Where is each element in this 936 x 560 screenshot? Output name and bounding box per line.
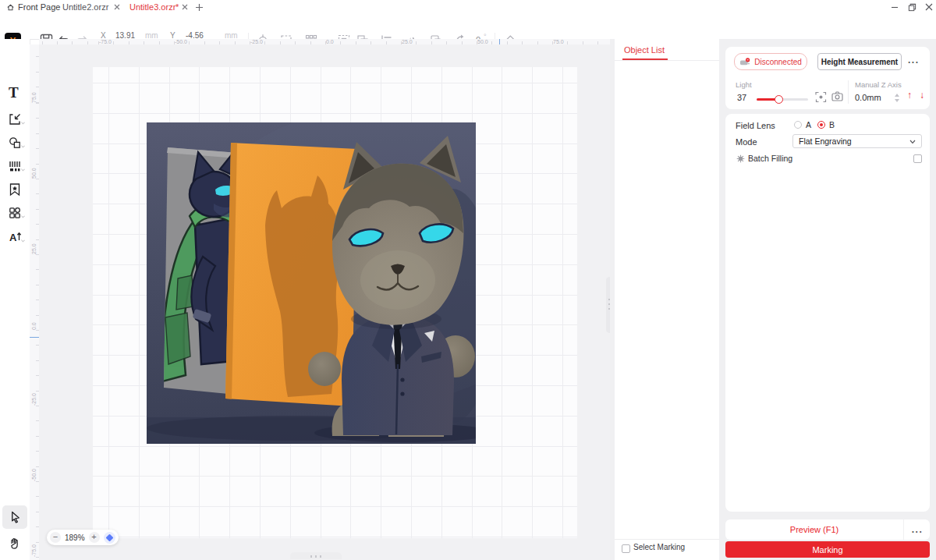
main-toolbar: X X 13.91 mm Y -4.56 mm W 29.55 mm H 28.… (0, 14, 936, 40)
shapes-tool-icon[interactable] (8, 136, 22, 150)
tab2-close-icon[interactable] (114, 4, 120, 10)
barcode-chevron-icon[interactable] (21, 168, 25, 172)
ruler-h-label: -25.0 (250, 39, 263, 44)
select-marking-label: Select Marking (633, 543, 685, 551)
ruler-v-label: 75.0 (31, 92, 37, 103)
window-restore-button[interactable] (903, 0, 920, 14)
mode-chevron-down-icon (909, 140, 916, 144)
z-axis-value[interactable]: 0.0mm (855, 93, 881, 102)
ruler-v-label: 50.0 (31, 168, 37, 179)
title-bar: Front Page Untitle2.orzr Untitle3.orzr * (0, 0, 936, 15)
ruler-h-label: 0.0 (326, 39, 334, 44)
light-slider-knob[interactable] (775, 95, 783, 104)
tab-front-page[interactable]: Front Page (18, 0, 60, 14)
ruler-h-label: -75.0 (99, 39, 112, 44)
components-tool-icon[interactable] (8, 206, 22, 220)
import-chevron-icon[interactable] (21, 122, 25, 125)
svg-text:A: A (9, 232, 17, 243)
zoom-in-button[interactable]: + (89, 532, 100, 543)
device-more-button[interactable]: ... (908, 56, 920, 64)
ruler-v-label: 25.0 (31, 243, 37, 254)
ruler-v-label: -50.0 (31, 469, 37, 481)
fit-view-button[interactable] (104, 532, 115, 544)
ruler-v-label: -25.0 (31, 393, 37, 406)
ruler-v-label: 0.0 (31, 322, 37, 330)
marking-button[interactable]: Marking (725, 541, 930, 558)
preview-button[interactable]: Preview (F1) (725, 519, 903, 540)
tab-untitle2[interactable]: Untitle2.orzr (62, 0, 108, 14)
device-usb-icon (739, 58, 751, 66)
canvas-area[interactable]: − 189% + (39, 44, 610, 560)
light-label: Light (736, 80, 752, 89)
mode-selected-value: Flat Engraving (799, 136, 852, 146)
ruler-h-label: 50.0 (477, 39, 488, 44)
import-image-tool-icon[interactable] (8, 112, 22, 126)
tab3-modified-star: * (176, 0, 179, 14)
zoom-out-button[interactable]: − (50, 532, 61, 543)
ruler-v-label: -75.0 (31, 544, 37, 557)
batch-filling-label: Batch Filling (748, 154, 792, 163)
light-value[interactable]: 37 (737, 93, 746, 102)
z-spinner-up-icon[interactable] (895, 94, 899, 97)
zoom-level-value[interactable]: 189% (65, 533, 85, 542)
ruler-h-label: 75.0 (553, 39, 564, 44)
zoom-controls: − 189% + (47, 530, 119, 545)
select-tool-active[interactable] (2, 505, 27, 529)
pan-hand-tool-icon[interactable] (8, 537, 21, 550)
left-tool-column: T A (0, 39, 30, 560)
field-lens-label: Field Lens (736, 121, 775, 130)
ruler-h-label: -50.0 (175, 39, 187, 44)
preview-card: Preview (F1) ... (725, 519, 930, 540)
manual-z-axis-label: Manual Z Axis (855, 80, 902, 89)
preview-more-button[interactable]: ... (903, 519, 931, 540)
field-lens-a-label: A (806, 120, 811, 129)
ruler-h-label: 25.0 (402, 39, 413, 44)
select-marking-divider (615, 539, 719, 540)
z-axis-down-button[interactable]: ↓ (920, 90, 924, 101)
field-lens-a-radio[interactable] (794, 121, 802, 129)
shapes-chevron-icon[interactable] (21, 145, 25, 148)
settings-card: Field Lens A B Mode Flat Engraving Batch… (725, 114, 930, 512)
home-icon (6, 3, 15, 12)
select-marking-checkbox[interactable] (622, 544, 630, 553)
card-divider (848, 80, 849, 104)
z-spinner-down-icon[interactable] (895, 99, 899, 102)
device-status-label: Disconnected (754, 58, 802, 66)
device-connection-button[interactable]: Disconnected (734, 53, 807, 70)
tab-untitle3-active[interactable]: Untitle3.orzr (129, 0, 176, 14)
canvas-image-cat-figurine[interactable] (147, 122, 476, 444)
cursor-arrow-icon (9, 510, 22, 524)
mode-label: Mode (736, 137, 757, 147)
tab3-close-icon[interactable] (182, 4, 188, 10)
camera-icon[interactable] (831, 91, 843, 101)
object-list-panel: Object List Select Marking (615, 39, 719, 560)
ruler-v-cursor-marker (30, 337, 39, 338)
window-close-button[interactable] (920, 0, 936, 14)
text-transform-chevron-icon[interactable] (21, 239, 25, 243)
mode-select[interactable]: Flat Engraving (792, 134, 922, 148)
barcode-tool-icon[interactable] (8, 159, 22, 173)
new-tab-icon[interactable] (195, 3, 204, 12)
field-lens-b-radio[interactable] (817, 121, 825, 129)
z-axis-up-button[interactable]: ↑ (907, 90, 912, 101)
canvas-horizontal-scroll-handle[interactable] (290, 552, 342, 559)
device-card: Disconnected Height Measurement ... Ligh… (725, 47, 930, 109)
light-slider[interactable] (757, 98, 808, 101)
object-list-divider (615, 60, 719, 61)
window-minimize-button[interactable] (886, 0, 903, 14)
height-measurement-label: Height Measurement (821, 58, 898, 66)
components-chevron-icon[interactable] (21, 215, 25, 218)
field-lens-b-label: B (829, 120, 835, 129)
preview-more-dots: ... (912, 526, 924, 533)
batch-filling-icon (736, 154, 745, 163)
ruler-h-cursor-marker (499, 39, 500, 44)
text-tool[interactable]: T (9, 84, 19, 101)
object-list-tab[interactable]: Object List (624, 45, 665, 55)
device-settings-panel: Disconnected Height Measurement ... Ligh… (719, 39, 936, 560)
material-library-tool-icon[interactable] (8, 183, 22, 197)
laser-focus-icon[interactable] (815, 91, 827, 103)
fit-view-diamond-icon (105, 533, 113, 541)
height-measurement-button[interactable]: Height Measurement (817, 53, 902, 70)
batch-filling-checkbox[interactable] (913, 154, 922, 163)
